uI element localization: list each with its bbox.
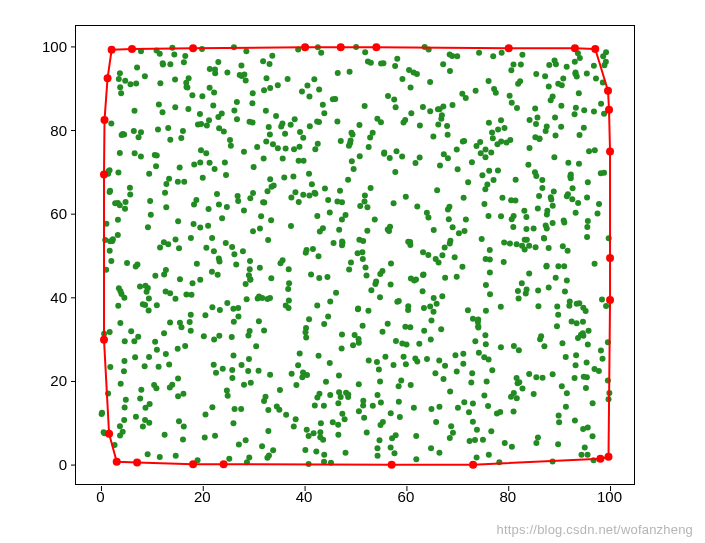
svg-point-970 [132, 108, 138, 114]
svg-point-187 [459, 264, 465, 270]
svg-point-27 [180, 128, 186, 134]
svg-point-817 [256, 368, 262, 374]
svg-point-352 [132, 150, 138, 156]
svg-point-391 [393, 432, 399, 438]
svg-point-203 [180, 391, 186, 397]
svg-point-553 [442, 245, 448, 251]
svg-point-228 [318, 50, 324, 56]
svg-point-1021 [606, 254, 614, 262]
svg-point-722 [128, 328, 134, 334]
svg-point-512 [336, 227, 342, 233]
svg-point-682 [241, 72, 247, 78]
svg-point-690 [361, 415, 367, 421]
svg-point-949 [117, 84, 123, 90]
svg-point-935 [493, 90, 499, 96]
svg-point-1006 [162, 432, 168, 438]
svg-point-540 [584, 194, 590, 200]
svg-point-777 [533, 374, 539, 380]
svg-point-763 [167, 290, 173, 296]
svg-point-626 [454, 146, 460, 152]
svg-point-375 [461, 195, 467, 201]
svg-point-676 [211, 337, 217, 343]
svg-point-131 [302, 447, 308, 453]
svg-point-410 [572, 59, 578, 65]
svg-point-827 [222, 159, 228, 165]
svg-point-689 [533, 121, 539, 127]
svg-point-176 [157, 80, 163, 86]
svg-point-728 [533, 244, 539, 250]
svg-point-653 [447, 388, 453, 394]
svg-point-52 [539, 177, 545, 183]
svg-point-331 [207, 160, 213, 166]
svg-point-355 [224, 69, 230, 75]
svg-point-199 [336, 389, 342, 395]
svg-point-412 [591, 108, 597, 114]
svg-point-179 [356, 408, 362, 414]
svg-point-819 [538, 333, 544, 339]
svg-point-691 [265, 188, 271, 194]
svg-point-786 [556, 413, 562, 419]
svg-point-934 [482, 186, 488, 192]
svg-point-633 [343, 450, 349, 456]
svg-point-277 [345, 177, 351, 183]
svg-point-894 [154, 302, 160, 308]
svg-point-909 [498, 304, 504, 310]
svg-point-967 [281, 175, 287, 181]
svg-point-546 [347, 69, 353, 75]
svg-point-569 [278, 260, 284, 266]
svg-point-148 [388, 282, 394, 288]
svg-point-378 [431, 227, 437, 233]
svg-point-28 [200, 175, 206, 181]
svg-point-36 [223, 172, 229, 178]
svg-point-737 [567, 298, 573, 304]
svg-point-395 [495, 126, 501, 132]
svg-point-152 [456, 230, 462, 236]
svg-point-990 [563, 354, 569, 360]
svg-point-992 [479, 172, 485, 178]
svg-point-574 [403, 361, 409, 367]
svg-point-1013 [133, 459, 141, 467]
svg-point-707 [167, 137, 173, 143]
svg-point-347 [414, 203, 420, 209]
svg-point-462 [173, 453, 179, 459]
svg-point-364 [474, 454, 480, 460]
svg-point-774 [316, 353, 322, 359]
svg-point-748 [211, 362, 217, 368]
svg-point-338 [189, 92, 195, 98]
svg-point-99 [363, 272, 369, 278]
svg-point-741 [277, 387, 283, 393]
svg-point-234 [489, 130, 495, 136]
svg-point-702 [359, 249, 365, 255]
svg-point-75 [398, 377, 404, 383]
svg-point-997 [316, 275, 322, 281]
svg-point-940 [526, 271, 532, 277]
svg-point-562 [535, 288, 541, 294]
svg-point-712 [221, 128, 227, 134]
svg-point-779 [286, 280, 292, 286]
svg-point-709 [197, 111, 203, 117]
svg-point-987 [234, 99, 240, 105]
svg-point-526 [397, 414, 403, 420]
svg-point-973 [523, 214, 529, 220]
svg-point-370 [561, 263, 567, 269]
svg-point-151 [215, 59, 221, 65]
svg-point-713 [442, 275, 448, 281]
svg-point-608 [441, 376, 447, 382]
svg-point-371 [362, 103, 368, 109]
svg-point-966 [133, 264, 139, 270]
svg-point-632 [513, 177, 519, 183]
svg-point-227 [482, 332, 488, 338]
svg-point-452 [300, 135, 306, 141]
svg-point-205 [562, 289, 568, 295]
svg-point-351 [156, 364, 162, 370]
svg-point-771 [304, 427, 310, 433]
svg-point-790 [475, 324, 481, 330]
svg-point-1011 [348, 138, 354, 144]
svg-point-550 [293, 382, 299, 388]
svg-point-300 [156, 102, 162, 108]
svg-point-192 [425, 252, 431, 258]
svg-point-592 [148, 212, 154, 218]
svg-point-798 [351, 166, 357, 172]
svg-point-101 [551, 154, 557, 160]
svg-point-714 [364, 429, 370, 435]
